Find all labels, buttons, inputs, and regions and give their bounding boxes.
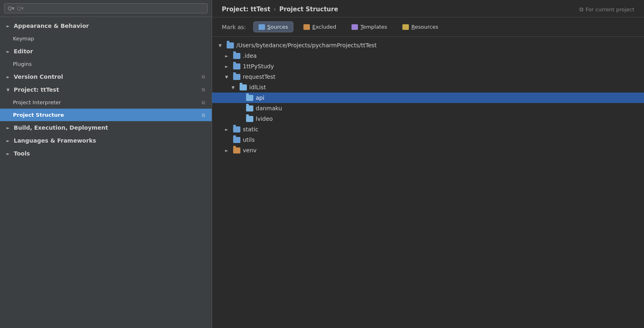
tree-item-api[interactable]: api xyxy=(212,93,644,103)
chevron-right-icon: ► xyxy=(6,139,11,143)
sidebar-item-tools[interactable]: ► Tools xyxy=(0,147,212,160)
chevron-right-icon: ► xyxy=(6,24,11,28)
tree-item-label: venv xyxy=(243,147,257,153)
tree-item-label: static xyxy=(243,126,258,132)
sidebar-item-label: Tools xyxy=(14,150,205,157)
tree-item-label: api xyxy=(256,95,264,101)
folder-icon xyxy=(233,126,240,132)
chevron-right-icon: ► xyxy=(6,126,11,130)
main-header: Project: ttTest › Project Structure ⧉ Fo… xyxy=(212,0,644,17)
tree-item-root[interactable]: ▼ /Users/bytedance/Projects/pycharmProje… xyxy=(212,40,644,50)
breadcrumb-page: Project Structure xyxy=(279,6,338,13)
copy-icon: ⧉ xyxy=(202,74,205,80)
tree-item-label: danmaku xyxy=(256,105,282,111)
templates-button-label: Templates xyxy=(360,24,387,30)
chevron-right-icon: ► xyxy=(225,127,231,132)
folder-icon xyxy=(233,74,240,80)
sidebar-item-label: Plugins xyxy=(13,61,205,67)
sidebar-item-project-structure[interactable]: Project Structure ⧉ xyxy=(0,109,212,121)
copy-icon: ⧉ xyxy=(202,100,205,105)
copy-icon: ⧉ xyxy=(202,87,205,93)
chevron-right-icon: ► xyxy=(225,64,231,69)
breadcrumb-project: Project: ttTest xyxy=(222,6,270,13)
search-wrapper[interactable]: Q▾ xyxy=(4,3,208,13)
sidebar-item-label: Build, Execution, Deployment xyxy=(14,124,205,131)
folder-icon xyxy=(233,137,240,143)
search-icon: Q▾ xyxy=(8,5,15,11)
folder-icon xyxy=(233,63,240,69)
resources-button-label: Resources xyxy=(411,24,438,30)
mark-templates-button[interactable]: Templates xyxy=(346,21,392,32)
sidebar-item-label: Languages & Frameworks xyxy=(14,137,205,144)
sidebar-item-project-interpreter[interactable]: Project Interpreter ⧉ xyxy=(0,96,212,109)
sidebar-item-label: Project Structure xyxy=(13,112,199,118)
folder-icon xyxy=(240,84,247,90)
chevron-right-icon: ► xyxy=(6,151,11,156)
search-bar: Q▾ xyxy=(0,0,212,17)
sidebar-item-label: Project Interpreter xyxy=(13,99,199,105)
chevron-down-icon: ▼ xyxy=(6,88,11,92)
for-current-icon: ⧉ xyxy=(579,6,583,13)
sidebar-item-label: Version Control xyxy=(14,74,199,80)
folder-icon xyxy=(246,105,253,111)
templates-folder-icon xyxy=(351,24,358,30)
tree-item-lvideo[interactable]: lvideo xyxy=(212,114,644,124)
mark-resources-button[interactable]: Resources xyxy=(397,21,443,32)
mark-as-toolbar: Mark as: Sources Excluded Templates Reso… xyxy=(212,17,644,37)
tree-item-venv[interactable]: ► venv xyxy=(212,145,644,156)
tree-item-1ttPyStudy[interactable]: ► 1ttPyStudy xyxy=(212,61,644,71)
folder-icon xyxy=(233,147,240,153)
chevron-down-icon: ▼ xyxy=(219,43,224,48)
mark-as-label: Mark as: xyxy=(222,24,246,30)
folder-icon xyxy=(246,116,253,122)
sources-button-label: Sources xyxy=(267,24,288,30)
folder-icon xyxy=(233,53,240,59)
sidebar-item-keymap[interactable]: Keymap xyxy=(0,32,212,45)
main-content: Project: ttTest › Project Structure ⧉ Fo… xyxy=(212,0,644,328)
for-current-project[interactable]: ⧉ For current project xyxy=(579,6,634,13)
tree-item-static[interactable]: ► static xyxy=(212,124,644,135)
excluded-folder-icon xyxy=(303,24,310,30)
sidebar-item-project-tttest[interactable]: ▼ Project: ttTest ⧉ xyxy=(0,83,212,96)
sidebar-item-appearance[interactable]: ► Appearance & Behavior xyxy=(0,19,212,32)
chevron-right-icon: ► xyxy=(225,148,231,153)
folder-icon xyxy=(246,95,253,101)
sidebar-item-languages[interactable]: ► Languages & Frameworks xyxy=(0,134,212,147)
sidebar-item-editor[interactable]: ► Editor xyxy=(0,45,212,58)
tree-item-idlList[interactable]: ▼ idlList xyxy=(212,82,644,93)
chevron-right-icon: ► xyxy=(6,75,11,79)
file-tree: ▼ /Users/bytedance/Projects/pycharmProje… xyxy=(212,37,644,328)
sidebar-item-label: Editor xyxy=(14,48,205,55)
tree-item-label: utils xyxy=(243,137,255,143)
tree-item-label: .idea xyxy=(243,53,257,59)
chevron-right-icon: ► xyxy=(6,49,11,54)
tree-item-label: lvideo xyxy=(256,116,273,122)
mark-sources-button[interactable]: Sources xyxy=(253,21,293,32)
tree-item-danmaku[interactable]: danmaku xyxy=(212,103,644,114)
breadcrumb-separator: › xyxy=(274,6,276,13)
tree-item-label: requestTest xyxy=(243,74,276,80)
chevron-down-icon: ▼ xyxy=(225,75,231,79)
sidebar-item-plugins[interactable]: Plugins xyxy=(0,58,212,70)
chevron-down-icon: ▼ xyxy=(232,85,237,90)
tree-item-utils[interactable]: utils xyxy=(212,135,644,145)
settings-sidebar: Q▾ ► Appearance & Behavior Keymap ► Edit… xyxy=(0,0,212,328)
sidebar-item-label: Appearance & Behavior xyxy=(14,23,205,29)
sidebar-item-version-control[interactable]: ► Version Control ⧉ xyxy=(0,70,212,83)
sidebar-item-label: Project: ttTest xyxy=(14,86,199,93)
tree-item-label: 1ttPyStudy xyxy=(243,63,274,69)
sources-folder-icon xyxy=(259,24,265,30)
breadcrumb: Project: ttTest › Project Structure xyxy=(222,6,338,13)
tree-item-label: /Users/bytedance/Projects/pycharmProject… xyxy=(236,42,377,48)
sidebar-item-label: Keymap xyxy=(13,36,205,42)
tree-item-requestTest[interactable]: ▼ requestTest xyxy=(212,71,644,82)
mark-excluded-button[interactable]: Excluded xyxy=(298,21,341,32)
resources-folder-icon xyxy=(402,24,409,30)
excluded-button-label: Excluded xyxy=(312,24,336,30)
tree-item-label: idlList xyxy=(249,84,266,90)
for-current-label: For current project xyxy=(585,6,634,13)
search-input[interactable] xyxy=(17,5,204,11)
copy-icon: ⧉ xyxy=(202,112,205,118)
tree-item-idea[interactable]: ► .idea xyxy=(212,50,644,61)
sidebar-item-build[interactable]: ► Build, Execution, Deployment xyxy=(0,121,212,134)
